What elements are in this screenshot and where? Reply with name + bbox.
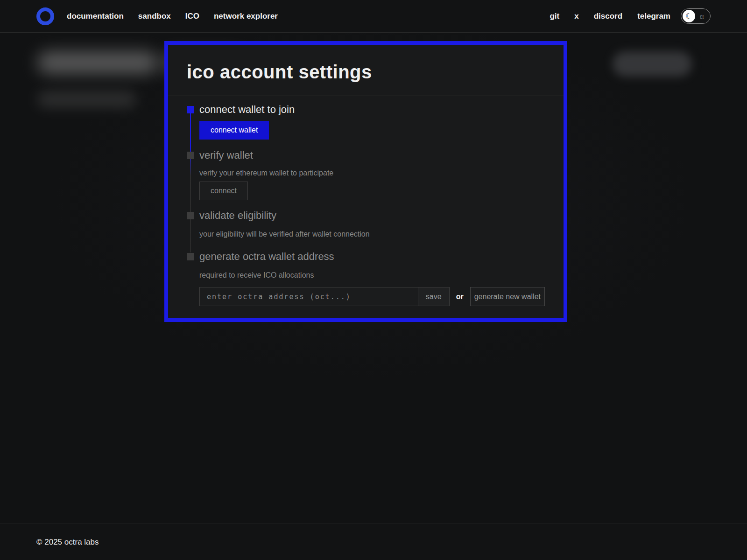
nav-item-x[interactable]: x (574, 12, 578, 21)
moon-icon: ☾ (683, 10, 695, 22)
step-title: connect wallet to join (199, 103, 545, 116)
generate-new-wallet-button[interactable]: generate new wallet (470, 287, 545, 306)
page-body: ico account settings connect wallet to j… (0, 33, 747, 524)
step-marker (187, 253, 194, 260)
page-footer: © 2025 octra labs (0, 524, 747, 560)
theme-toggle[interactable]: ☾ ☼ (681, 8, 711, 24)
step-marker (187, 152, 194, 159)
step-description: required to receive ICO allocations (199, 271, 545, 280)
steps-list: connect wallet to join connect wallet ve… (168, 96, 564, 319)
nav-item-documentation[interactable]: documentation (67, 12, 124, 21)
step-validate-eligibility: validate eligibility your eligibility wi… (187, 209, 545, 250)
octra-address-row: save or generate new wallet (199, 287, 545, 306)
nav-item-sandbox[interactable]: sandbox (138, 12, 171, 21)
blurred-header-button (613, 51, 692, 77)
modal-header: ico account settings (168, 45, 564, 96)
nav-item-git[interactable]: git (550, 12, 559, 21)
nav-item-telegram[interactable]: telegram (637, 12, 670, 21)
step-title: verify wallet (199, 149, 545, 162)
nav-item-ico[interactable]: ICO (185, 12, 199, 21)
step-generate-octra-address: generate octra wallet address required t… (187, 250, 545, 306)
blurred-page-subtext (37, 91, 136, 107)
nav-item-discord[interactable]: discord (594, 12, 622, 21)
top-nav: documentation sandbox ICO network explor… (0, 0, 747, 33)
blurred-page-heading (37, 51, 158, 74)
nav-right: git x discord telegram (550, 12, 670, 21)
or-label: or (456, 293, 464, 301)
step-verify-wallet: verify wallet verify your ethereum walle… (187, 149, 545, 209)
step-title: validate eligibility (199, 209, 545, 222)
modal-title: ico account settings (187, 61, 545, 83)
nav-left: documentation sandbox ICO network explor… (67, 12, 278, 21)
step-title: generate octra wallet address (199, 250, 545, 263)
ico-account-settings-modal: ico account settings connect wallet to j… (164, 41, 567, 322)
sun-icon: ☼ (695, 13, 708, 20)
step-connect-wallet: connect wallet to join connect wallet (187, 103, 545, 149)
step-description: verify your ethereum wallet to participa… (199, 168, 545, 178)
step-marker-active (187, 106, 194, 113)
octra-address-input[interactable] (199, 287, 418, 306)
step-marker (187, 212, 194, 219)
verify-connect-button[interactable]: connect (199, 182, 248, 200)
connect-wallet-button[interactable]: connect wallet (199, 121, 269, 140)
save-address-button[interactable]: save (418, 287, 450, 306)
nav-item-network-explorer[interactable]: network explorer (214, 12, 278, 21)
copyright-text: © 2025 octra labs (36, 538, 99, 547)
step-description: your eligibility will be verified after … (199, 230, 545, 239)
octra-logo-icon[interactable] (36, 7, 54, 25)
